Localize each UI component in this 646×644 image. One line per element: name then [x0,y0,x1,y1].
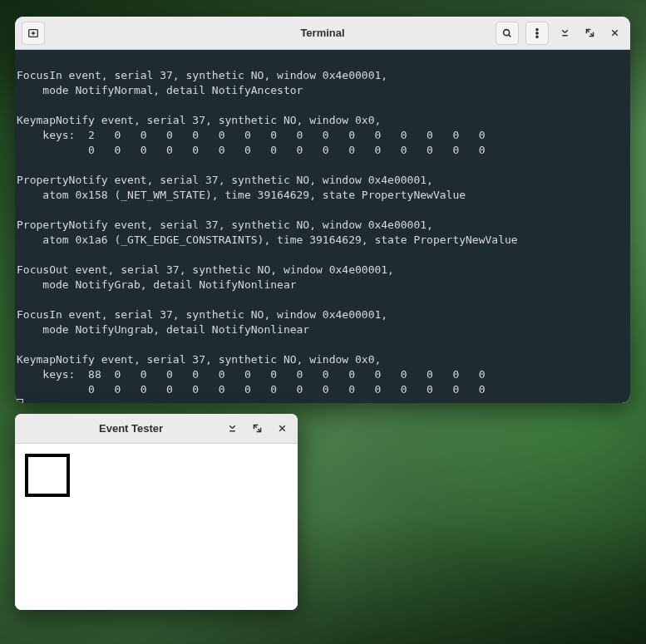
close-button[interactable] [604,22,625,44]
terminal-titlebar[interactable]: Terminal [15,17,630,50]
menu-button[interactable] [525,22,549,45]
maximize-icon [252,423,263,434]
et-maximize-button[interactable] [246,418,268,440]
event-tester-titlebar[interactable]: Event Tester [15,414,298,444]
close-icon [277,423,288,434]
maximize-icon [584,27,595,38]
et-close-button[interactable] [271,418,293,440]
svg-line-4 [509,34,511,37]
terminal-title: Terminal [300,27,344,39]
event-tester-square [25,454,70,497]
svg-point-5 [536,28,539,31]
maximize-button[interactable] [579,22,600,44]
svg-point-6 [536,32,539,34]
et-minimize-button[interactable] [221,418,243,440]
search-icon [501,27,513,39]
minimize-icon [560,27,570,38]
terminal-cursor [17,399,23,403]
menu-icon [531,27,543,39]
terminal-output-area[interactable]: FocusIn event, serial 37, synthetic NO, … [15,50,630,403]
svg-line-16 [232,425,234,428]
svg-point-3 [504,29,510,35]
event-tester-window: Event Tester [15,414,298,610]
search-button[interactable] [496,22,519,45]
terminal-window: Terminal [15,17,630,403]
new-tab-button[interactable] [22,22,45,45]
event-tester-body[interactable] [15,444,298,610]
terminal-output: FocusIn event, serial 37, synthetic NO, … [17,69,518,396]
event-tester-title: Event Tester [99,422,163,435]
minimize-icon [227,423,238,434]
close-icon [609,27,620,38]
new-tab-icon [27,27,39,39]
minimize-button[interactable] [554,22,575,44]
svg-line-9 [565,30,567,32]
svg-point-7 [536,35,539,37]
